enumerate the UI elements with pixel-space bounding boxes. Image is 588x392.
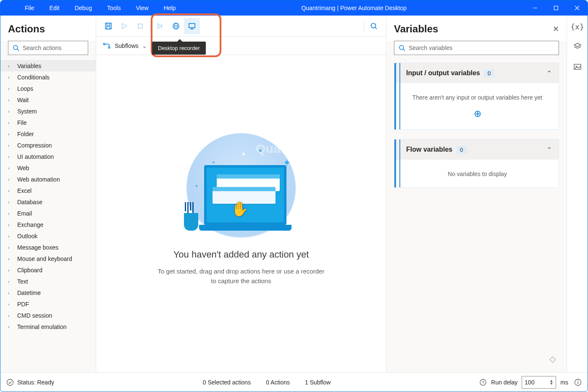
chevron-down-icon: ⌄	[142, 42, 147, 49]
action-category-mouse-and-keyboard[interactable]: ›Mouse and keyboard	[0, 253, 96, 264]
run-delay-unit: ms	[560, 379, 568, 386]
eraser-icon[interactable]: ◇	[549, 354, 556, 364]
designer-canvas[interactable]: ✦ ✦ ✦ ✦ ✦ ✋ You haven't added any action…	[96, 55, 386, 372]
info-icon[interactable]	[574, 379, 582, 386]
action-category-label: Clipboard	[17, 267, 42, 274]
run-delay-input[interactable]: 100 ▲▼	[522, 376, 556, 389]
window-minimize-button[interactable]	[525, 0, 546, 16]
action-category-conditionals[interactable]: ›Conditionals	[0, 71, 96, 83]
chevron-right-icon: ›	[8, 86, 13, 91]
action-category-label: Message boxes	[17, 244, 58, 251]
flow-variables-section: Flow variables 0 ⌃ No variables to displ…	[394, 139, 559, 188]
action-category-terminal-emulation[interactable]: ›Terminal emulation	[0, 321, 96, 332]
close-variables-button[interactable]: ✕	[553, 24, 559, 34]
chevron-right-icon: ›	[8, 154, 13, 159]
right-rail: {x}	[567, 16, 588, 372]
spinner-icon[interactable]: ▲▼	[549, 379, 553, 385]
run-button[interactable]	[116, 18, 132, 34]
action-category-label: Web	[17, 165, 29, 171]
action-category-cmd-session[interactable]: ›CMD session	[0, 310, 96, 321]
action-category-loops[interactable]: ›Loops	[0, 83, 96, 94]
action-category-text[interactable]: ›Text	[0, 276, 96, 287]
action-category-system[interactable]: ›System	[0, 105, 96, 117]
actions-title: Actions	[0, 16, 96, 41]
io-variables-count: 0	[484, 69, 494, 77]
chevron-right-icon: ›	[8, 290, 13, 295]
action-category-label: Email	[17, 210, 32, 217]
action-category-label: Excel	[17, 187, 32, 194]
designer-toolbar	[96, 16, 386, 37]
action-category-exchange[interactable]: ›Exchange	[0, 219, 96, 230]
action-category-datetime[interactable]: ›Datetime	[0, 287, 96, 298]
window-title: Quantrimang | Power Automate Desktop	[184, 5, 525, 11]
chevron-right-icon: ›	[8, 313, 13, 318]
actions-search-input[interactable]: Search actions	[8, 41, 88, 55]
save-button[interactable]	[100, 18, 116, 34]
action-category-folder[interactable]: ›Folder	[0, 128, 96, 139]
empty-title: You haven't added any action yet	[173, 249, 309, 260]
io-variables-empty: There aren't any input or output variabl…	[403, 94, 552, 101]
status-actions: 0 Actions	[266, 379, 290, 386]
action-category-web[interactable]: ›Web	[0, 162, 96, 174]
empty-illustration: ✦ ✦ ✦ ✦ ✦ ✋	[178, 142, 304, 239]
menu-view[interactable]: View	[129, 0, 156, 16]
chevron-up-icon: ⌃	[546, 69, 552, 77]
menu-debug[interactable]: Debug	[67, 0, 100, 16]
menu-tools[interactable]: Tools	[100, 0, 129, 16]
subflow-icon	[103, 43, 110, 49]
chevron-right-icon: ›	[8, 302, 13, 307]
actions-list[interactable]: ›Variables›Conditionals›Loops›Wait›Syste…	[0, 60, 96, 372]
action-category-compression[interactable]: ›Compression	[0, 139, 96, 151]
status-selected: 0 Selected actions	[203, 379, 251, 386]
menu-edit[interactable]: Edit	[42, 0, 67, 16]
action-category-label: Variables	[17, 63, 41, 69]
action-category-outlook[interactable]: ›Outlook	[0, 230, 96, 242]
svg-point-4	[13, 45, 18, 50]
variables-panel: Variables ✕ Search variables Input / out…	[386, 16, 567, 372]
desktop-recorder-button[interactable]	[184, 18, 200, 34]
io-variables-label: Input / output variables	[406, 69, 480, 77]
action-category-database[interactable]: ›Database	[0, 196, 96, 208]
action-category-message-boxes[interactable]: ›Message boxes	[0, 242, 96, 253]
chevron-right-icon: ›	[8, 109, 13, 114]
menu-help[interactable]: Help	[156, 0, 184, 16]
chevron-right-icon: ›	[8, 120, 13, 125]
svg-marker-11	[158, 24, 161, 29]
variables-rail-icon[interactable]: {x}	[570, 22, 584, 31]
variables-search-input[interactable]: Search variables	[394, 41, 559, 55]
empty-subtitle: To get started, drag and drop actions he…	[157, 267, 325, 286]
flow-variables-header[interactable]: Flow variables 0 ⌃	[394, 139, 559, 160]
action-category-label: Datetime	[17, 289, 41, 296]
action-category-label: Terminal emulation	[17, 324, 67, 330]
menu-file[interactable]: File	[17, 0, 42, 16]
stop-button[interactable]	[132, 18, 148, 34]
svg-marker-25	[574, 43, 581, 47]
action-category-email[interactable]: ›Email	[0, 208, 96, 219]
chevron-right-icon: ›	[8, 211, 13, 216]
search-flow-button[interactable]	[366, 18, 382, 34]
action-category-pdf[interactable]: ›PDF	[0, 298, 96, 310]
subflows-dropdown[interactable]: Subflows ⌄	[96, 37, 386, 55]
svg-point-19	[371, 23, 376, 28]
action-category-excel[interactable]: ›Excel	[0, 185, 96, 196]
action-category-label: Mouse and keyboard	[17, 255, 72, 262]
io-variables-header[interactable]: Input / output variables 0 ⌃	[394, 63, 559, 83]
web-recorder-button[interactable]	[168, 18, 184, 34]
action-category-ui-automation[interactable]: ›UI automation	[0, 151, 96, 162]
step-button[interactable]	[152, 18, 168, 34]
action-category-web-automation[interactable]: ›Web automation	[0, 174, 96, 185]
action-category-clipboard[interactable]: ›Clipboard	[0, 264, 96, 276]
action-category-label: Wait	[17, 97, 29, 103]
svg-point-21	[103, 43, 105, 45]
window-maximize-button[interactable]	[546, 0, 567, 16]
images-rail-icon[interactable]	[573, 63, 582, 73]
layers-rail-icon[interactable]	[573, 42, 582, 53]
svg-line-24	[403, 49, 405, 51]
action-category-variables[interactable]: ›Variables	[0, 60, 96, 71]
action-category-label: Exchange	[17, 221, 43, 228]
add-io-variable-button[interactable]: ⊕	[403, 108, 552, 119]
action-category-wait[interactable]: ›Wait	[0, 94, 96, 105]
action-category-file[interactable]: ›File	[0, 117, 96, 128]
svg-point-32	[578, 380, 578, 381]
window-close-button[interactable]	[567, 0, 588, 16]
